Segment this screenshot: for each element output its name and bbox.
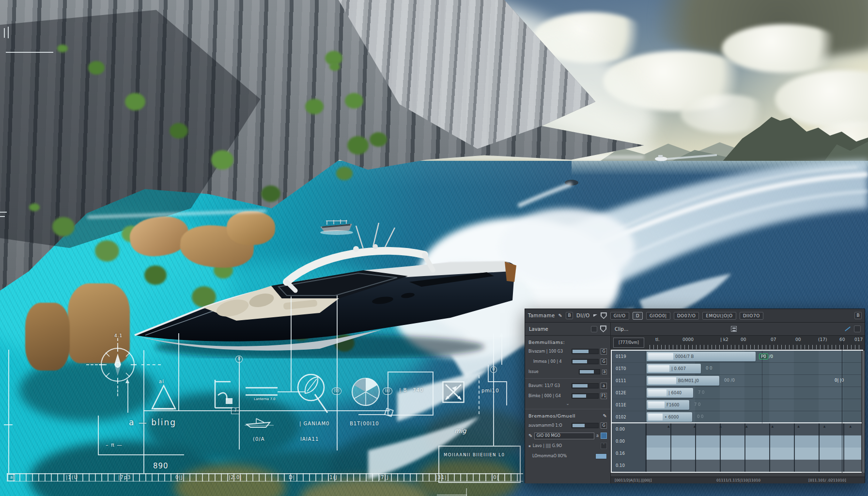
chevron-down-icon[interactable]: ⌄: [528, 402, 607, 406]
ruler-label: |1(U: [66, 475, 78, 480]
boat-sketch-icon: [245, 418, 275, 429]
compass-label: 4.1: [114, 333, 123, 338]
blueprint-line: [291, 296, 292, 391]
blueprint-line: [98, 416, 99, 454]
ruler-label: |7(J: [379, 475, 389, 480]
toolbar-button[interactable]: DIIO7O: [740, 312, 763, 320]
bold-button[interactable]: B: [566, 312, 573, 319]
property-row: ▪ Lavo | |||| G.9O ˙: [528, 442, 607, 450]
blueprint-line: [506, 381, 507, 405]
ruler-label: 0|J: [175, 475, 183, 480]
blueprint-line: [239, 357, 240, 450]
text-input[interactable]: GIO 00 MGO: [534, 433, 594, 439]
toggle-switch[interactable]: [595, 453, 607, 459]
f5-glyph-icon: [211, 379, 236, 409]
ruler-tick-label: (17): [818, 337, 827, 342]
toolbar-button[interactable]: DO07/O: [674, 312, 699, 320]
blueprint-line: [98, 454, 184, 455]
color-swatch[interactable]: [601, 433, 607, 439]
compass-dash: [141, 364, 161, 365]
toolbar-button[interactable]: GIOO0|: [646, 312, 670, 320]
timeline-panel: [777/0vm] tl. 0000 | k2 00 07 00 (17) 60…: [611, 336, 865, 483]
layers-icon[interactable]: [731, 326, 737, 332]
value-box[interactable]: G: [601, 422, 607, 429]
blueprint-line: [4, 28, 5, 38]
value-box[interactable]: a: [601, 383, 607, 389]
dropdown-button[interactable]: ˙: [601, 443, 607, 449]
blueprint-line: [4, 424, 13, 425]
equals-bars: [246, 387, 278, 388]
triangle-label: ai: [159, 379, 164, 384]
vertical-scrollbar[interactable]: [862, 351, 865, 473]
ruler-tick-label: tl.: [655, 337, 660, 342]
blueprint-line: [488, 365, 489, 381]
blueprint-line: [127, 383, 128, 413]
scene: 0 7 (0) (ii) 0 4.1 ai a — bling 890 – π …: [0, 0, 868, 496]
section-label: Bremamos/Gmuell: [528, 413, 601, 418]
property-slider-row: Bivazam | 100 G3 G: [528, 347, 607, 356]
badge-circle: (0): [332, 388, 341, 395]
toolbar-right-button[interactable]: B: [854, 312, 862, 319]
playhead[interactable]: [842, 340, 842, 473]
toolbar-button[interactable]: EMQU(|O|O: [702, 312, 736, 320]
box-caption: MOIIAANII BIIEIIIEN L0: [444, 452, 516, 457]
clip-title: Clip...: [615, 326, 628, 332]
property-slider-row: Bimke | 000 | G4 F1: [528, 392, 607, 400]
ruler-label: |0|: [491, 475, 499, 480]
panel-toolbar: Tammame ✎ B DI//O GII/O D GIOO0| DO07/O …: [525, 309, 865, 323]
ruler-start-box: a: [8, 474, 15, 481]
table-label: (0/A: [253, 436, 264, 442]
toolbar-button-active[interactable]: D: [633, 312, 643, 320]
slider[interactable]: [579, 369, 600, 374]
shield-icon[interactable]: [600, 326, 606, 332]
timeline-frame: [611, 350, 863, 473]
slider[interactable]: [572, 383, 599, 388]
pencil-icon[interactable]: ✎: [528, 433, 532, 438]
panel-icon[interactable]: [591, 326, 597, 332]
box-label: 740: [413, 388, 423, 393]
cursor-icon[interactable]: [593, 314, 597, 317]
value-box[interactable]: F1: [601, 393, 607, 399]
crossed-arrows-icon: [442, 381, 465, 403]
menu-item[interactable]: DI//O: [576, 313, 590, 318]
compass-rose-icon: [97, 344, 139, 386]
pencil-icon[interactable]: ✎: [558, 313, 562, 318]
blueprint-line: [501, 336, 502, 365]
pi-label: – π —: [106, 442, 123, 448]
equals-bars: [246, 394, 278, 396]
timeline-ruler[interactable]: [777/0vm] tl. 0000 | k2 00 07 00 (17) 60…: [611, 336, 865, 350]
properties-title: Lavame: [529, 326, 548, 332]
panel-header: Lavame Clip...: [525, 323, 865, 336]
pencil-icon[interactable]: ✎: [603, 413, 607, 418]
status-right: [011.101/ .0211010]: [808, 477, 846, 483]
slider[interactable]: [572, 349, 599, 354]
box-label: | B: [399, 388, 407, 393]
properties-panel: Bemmulliams: Bivazam | 100 G3 G Immea | …: [525, 336, 611, 483]
table-label: B1T(00I10: [350, 421, 379, 426]
blue-pen-icon[interactable]: [845, 326, 851, 331]
pie-chart-icon: [351, 377, 381, 407]
value-box[interactable]: G: [601, 348, 607, 355]
editor-panel: Tammame ✎ B DI//O GII/O D GIOO0| DO07/O …: [525, 309, 865, 483]
shield-icon[interactable]: [601, 312, 607, 319]
slider[interactable]: [572, 393, 599, 399]
timeline-status-bar: [0011/2|A|11|.|||00|] 01111/1.115|110|11…: [611, 477, 865, 483]
toolbar-button[interactable]: GII/O: [610, 312, 629, 320]
blueprint-line: [0, 216, 5, 217]
badge-circle: (ii): [383, 388, 392, 395]
blueprint-line: [437, 495, 467, 496]
ruler-tick-label: 00: [741, 337, 746, 342]
blueprint-line: [337, 295, 338, 450]
dashed-label: pmi10: [481, 388, 499, 393]
blueprint-line: [8, 27, 9, 38]
value-box[interactable]: a: [602, 370, 607, 374]
timecode-display: [777/0vm]: [613, 338, 644, 348]
property-slider-row: Bavum: 11/7 G3 a: [528, 382, 607, 390]
status-center: 01111/1.115|110|11010: [716, 477, 760, 483]
blueprint-line: [0, 212, 7, 213]
property-row: LOmommaO IIO%: [528, 452, 607, 460]
slider[interactable]: [572, 423, 599, 428]
slider[interactable]: [572, 359, 599, 364]
value-box[interactable]: G: [601, 358, 607, 365]
panel-icon[interactable]: [854, 326, 861, 332]
